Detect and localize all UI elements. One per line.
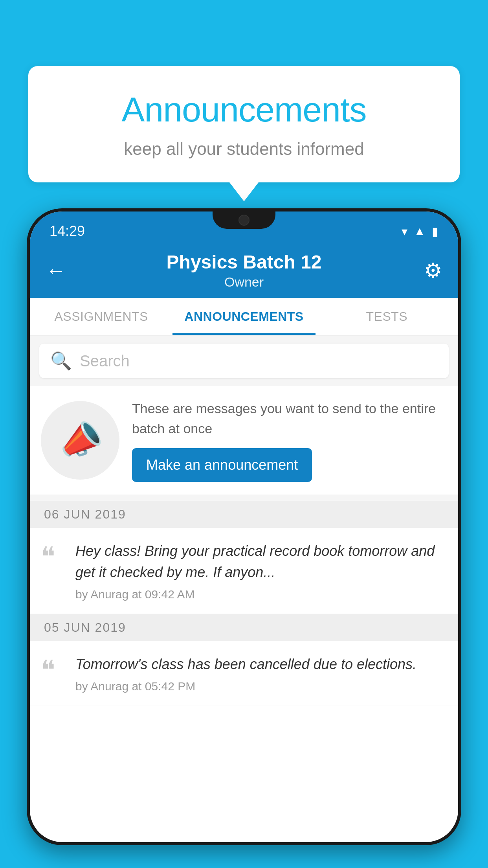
tab-bar: ASSIGNMENTS ANNOUNCEMENTS TESTS xyxy=(30,298,458,336)
phone-camera xyxy=(238,215,250,226)
quote-icon-1: ❝ xyxy=(41,544,64,570)
phone-container: 14:29 ▾ ▲ ▮ ← Physics Batch 12 Owner ⚙ xyxy=(27,208,461,868)
make-announcement-section: 📣 These are messages you want to send to… xyxy=(30,386,458,495)
wifi-icon: ▾ xyxy=(402,224,407,238)
batch-role: Owner xyxy=(73,274,415,290)
status-time: 14:29 xyxy=(50,223,85,239)
speech-bubble-card: Announcements keep all your students inf… xyxy=(28,66,460,182)
search-placeholder: Search xyxy=(80,352,130,370)
header-title-area: Physics Batch 12 Owner xyxy=(73,251,415,290)
phone-notch xyxy=(213,208,275,229)
announcement-meta-2: by Anurag at 05:42 PM xyxy=(75,680,447,693)
back-button[interactable]: ← xyxy=(46,259,73,282)
screen-content: 🔍 Search 📣 These are messages you want t… xyxy=(30,336,458,706)
announcement-body-1: Hey class! Bring your practical record b… xyxy=(75,541,447,601)
app-header: ← Physics Batch 12 Owner ⚙ xyxy=(30,243,458,298)
announcement-item-1[interactable]: ❝ Hey class! Bring your practical record… xyxy=(30,528,458,614)
tab-tests[interactable]: TESTS xyxy=(316,298,458,335)
make-announcement-button[interactable]: Make an announcement xyxy=(132,448,312,482)
announcement-info: These are messages you want to send to t… xyxy=(132,399,447,482)
announcement-item-2[interactable]: ❝ Tomorrow's class has been cancelled du… xyxy=(30,641,458,706)
announcement-body-2: Tomorrow's class has been cancelled due … xyxy=(75,654,447,693)
tab-assignments[interactable]: ASSIGNMENTS xyxy=(30,298,172,335)
announcement-message-1: Hey class! Bring your practical record b… xyxy=(75,541,447,583)
search-icon: 🔍 xyxy=(50,351,72,371)
announcement-meta-1: by Anurag at 09:42 AM xyxy=(75,588,447,601)
announcement-description: These are messages you want to send to t… xyxy=(132,399,447,439)
announcement-icon-circle: 📣 xyxy=(41,401,119,480)
batch-title: Physics Batch 12 xyxy=(73,251,415,273)
card-subtitle: keep all your students informed xyxy=(52,139,436,159)
phone-screen: 14:29 ▾ ▲ ▮ ← Physics Batch 12 Owner ⚙ xyxy=(30,211,458,842)
signal-icon: ▲ xyxy=(414,224,426,238)
settings-button[interactable]: ⚙ xyxy=(415,259,442,282)
quote-icon-2: ❝ xyxy=(41,657,64,684)
date-separator-2: 05 JUN 2019 xyxy=(30,614,458,641)
announcement-message-2: Tomorrow's class has been cancelled due … xyxy=(75,654,447,675)
search-bar[interactable]: 🔍 Search xyxy=(39,344,449,378)
status-icons: ▾ ▲ ▮ xyxy=(402,224,438,238)
card-title: Announcements xyxy=(52,90,436,130)
date-separator-1: 06 JUN 2019 xyxy=(30,501,458,528)
battery-icon: ▮ xyxy=(432,224,438,238)
tab-announcements[interactable]: ANNOUNCEMENTS xyxy=(172,298,315,335)
phone-frame: 14:29 ▾ ▲ ▮ ← Physics Batch 12 Owner ⚙ xyxy=(27,208,461,845)
megaphone-icon: 📣 xyxy=(53,415,106,466)
